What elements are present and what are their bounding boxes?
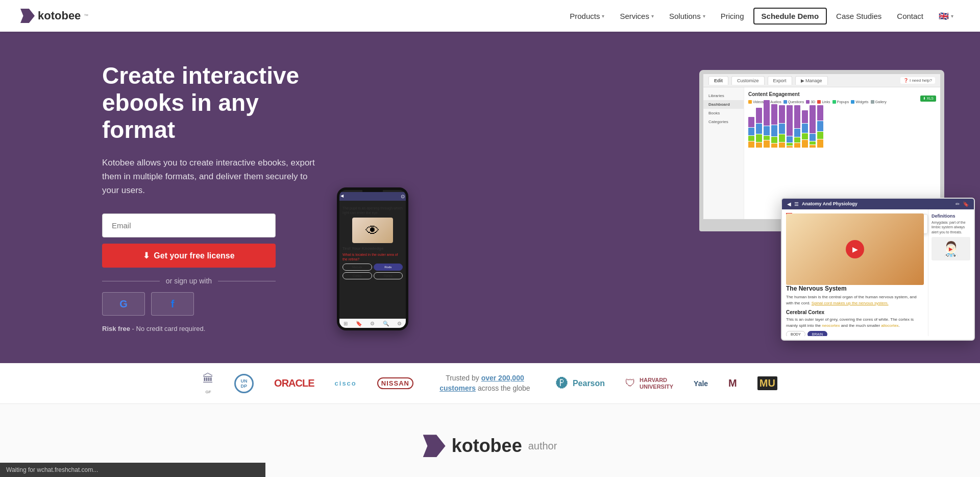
google-icon: G (119, 298, 128, 310)
chart-col-6 (787, 105, 793, 148)
chart-col-2 (756, 108, 762, 148)
ebook-pills: BODY BRAIN (786, 331, 924, 336)
ebook-mockup: ◀ ☰ Anatomy And Physiology ✏ 🔖 closely p… (781, 198, 975, 341)
author-logo-sub: author (528, 440, 557, 452)
yale-text: Yale (694, 379, 708, 388)
nav-products[interactable]: Products ▾ (564, 9, 610, 23)
play-button[interactable]: ▶ (846, 240, 864, 258)
definitions-title: Definitions (932, 213, 971, 219)
highlight-spinal: Spinal cord makes up the nervous system. (812, 301, 889, 305)
nav-language[interactable]: 🇬🇧 ▾ (933, 8, 960, 24)
phone-bookmark-icon[interactable]: 🔖 (356, 321, 362, 326)
chart-col-8 (802, 110, 808, 148)
nav-schedule-demo[interactable]: Schedule Demo (753, 8, 827, 25)
ebook-menu-icon[interactable]: ☰ (794, 201, 799, 207)
phone-mockup: ◀ ⊙ The pupil is an opening through whic… (337, 187, 408, 330)
email-input[interactable] (102, 213, 276, 237)
flag-icon: 🇬🇧 (939, 11, 949, 21)
chevron-down-icon: ▾ (602, 13, 604, 19)
chart-legend: Videos Audios Questions 3D Links Popups … (748, 100, 936, 104)
chart-col-7 (794, 105, 800, 148)
legend-videos: Videos (748, 100, 764, 104)
sidebar-books[interactable]: Books (703, 109, 744, 117)
hero-title: Create interactive ebooks in any format (102, 62, 316, 144)
pill-body[interactable]: BODY (786, 331, 805, 336)
phone-intro-text: The pupil is an opening through which li… (342, 206, 403, 216)
phone-home-nav-icon[interactable]: ⊞ (344, 321, 348, 326)
facebook-icon: f (171, 298, 175, 310)
logo-text: kotobee (38, 9, 81, 22)
phone-home-icon: ⊙ (401, 194, 405, 199)
logo-mn: M (728, 377, 737, 389)
nav-services[interactable]: Services ▾ (614, 9, 660, 23)
laptop-tab-export[interactable]: Export (768, 76, 792, 85)
video-thumbnail: 👨‍⚕️ ▶ (932, 237, 970, 260)
logo-gf: 🏛 GF (203, 372, 214, 394)
hero-form: ⬇ Get your free license (102, 213, 316, 268)
nav-pricing[interactable]: Pricing (715, 9, 750, 23)
phone-answer-cones[interactable]: Cones (342, 272, 372, 279)
chart-col-4 (771, 104, 777, 148)
nav-case-studies[interactable]: Case Studies (830, 9, 888, 23)
chart-area (748, 107, 936, 148)
pearson-circle-icon: 🅟 (556, 376, 569, 391)
risk-text: Risk free - No credit card required. (102, 325, 316, 332)
laptop-tab-edit[interactable]: Edit (708, 76, 728, 85)
sidebar-dashboard[interactable]: Dashboard (703, 100, 744, 109)
help-button[interactable]: ❓ I need help? (900, 77, 935, 84)
cta-button[interactable]: ⬇ Get your free license (102, 244, 276, 268)
chart-title: Content Engagement (748, 91, 936, 97)
undp-icon: UNDP (234, 374, 254, 393)
logo[interactable]: kotobee ™ (20, 9, 88, 23)
phone-answer-buttons: Macula Rods (342, 264, 403, 271)
nav-solutions[interactable]: Solutions ▾ (663, 9, 712, 23)
sidebar-categories[interactable]: Categories (703, 117, 744, 126)
logo-pearson: 🅟 Pearson (556, 376, 605, 391)
harvard-text: HARVARDUNIVERSITY (640, 377, 673, 390)
phone-answer-macula[interactable]: Macula (342, 264, 372, 271)
ebook-edit-icon[interactable]: ✏ (955, 201, 960, 207)
mn-text: M (728, 377, 737, 389)
divider-left (102, 281, 160, 281)
author-logo-name: kotobee (452, 435, 522, 457)
gf-text: GF (206, 390, 211, 394)
status-text: Waiting for wchat.freshchat.com... (6, 466, 98, 473)
ebook-main-content: closely packed neurons control most of o… (782, 209, 928, 336)
status-bar: Waiting for wchat.freshchat.com... (0, 463, 265, 477)
ebook-bookmark2-icon[interactable]: 🔖 (963, 201, 969, 207)
nav-contact[interactable]: Contact (891, 9, 929, 23)
chevron-down-icon: ▾ (951, 13, 953, 19)
logo-nissan: NISSAN (377, 377, 413, 389)
laptop-sidebar: Libraries Dashboard Books Categories (703, 87, 744, 220)
gf-building-icon: 🏛 (203, 372, 214, 386)
video-play-icon[interactable]: ▶ (946, 244, 956, 254)
hero-left: Create interactive ebooks in any format … (0, 32, 347, 363)
harvard-icon: 🛡 (625, 377, 635, 389)
pearson-text: Pearson (573, 379, 605, 388)
phone-search-icon[interactable]: 🔍 (383, 321, 389, 326)
chart-col-1 (748, 117, 754, 148)
laptop-tab-customize[interactable]: Customize (731, 76, 765, 85)
brain-image: ▶ (786, 213, 924, 285)
chevron-down-icon: ▾ (703, 13, 705, 19)
ebook-back-icon[interactable]: ◀ (787, 201, 791, 207)
logo-oracle: ORACLE (274, 377, 314, 389)
section-cerebral-text: This is an outer layer of grey, covering… (786, 317, 924, 329)
divider-right (218, 281, 276, 281)
laptop-tab-bar: Edit Customize Export ▶ Manage ❓ I need … (703, 74, 940, 87)
ebook-body: closely packed neurons control most of o… (782, 209, 974, 336)
phone-answer-rods[interactable]: Rods (374, 264, 403, 271)
hero-subtitle: Kotobee allows you to create interactive… (102, 156, 316, 198)
sidebar-libraries[interactable]: Libraries (703, 91, 744, 100)
facebook-signin-button[interactable]: f (151, 292, 194, 316)
download-icon: ⬇ (143, 251, 150, 260)
laptop-tab-manage[interactable]: ▶ Manage (795, 76, 828, 85)
phone-eye-image: 👁 (352, 218, 393, 243)
phone-settings-icon[interactable]: ⚙ (370, 321, 375, 326)
phone-share-icon[interactable]: ⚙ (397, 321, 402, 326)
legend-3d: 3D (806, 100, 815, 104)
pill-brain[interactable]: BRAIN (807, 331, 827, 336)
phone-answer-optics[interactable]: Optics (374, 272, 403, 279)
mu-text: MU (757, 376, 777, 390)
google-signin-button[interactable]: G (102, 292, 145, 316)
